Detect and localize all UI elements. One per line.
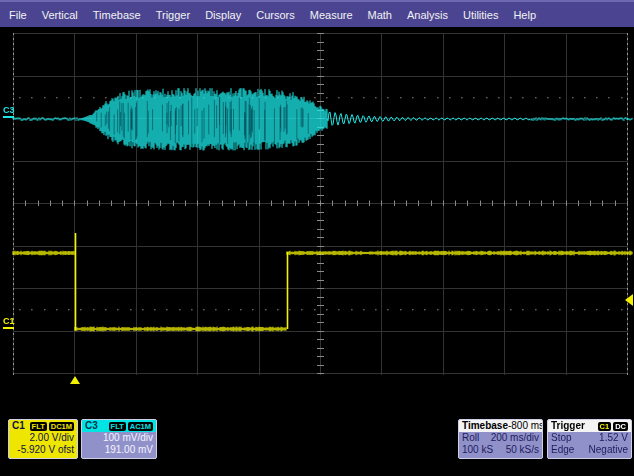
c1-trace-indicator: C1: [3, 317, 15, 329]
trigger-slope: Negative: [589, 444, 628, 456]
c3-descriptor-box[interactable]: C3 FLT AC1M 100 mV/div 191.00 mV: [81, 419, 157, 459]
trigger-title: Trigger: [551, 420, 585, 432]
trigger-box[interactable]: Trigger C1 DC Stop 1.52 V Edge Negative: [547, 419, 632, 459]
c1-level-marker: [3, 327, 14, 329]
c3-trace-label: C3: [3, 105, 15, 115]
trigger-level: 1.52 V: [599, 432, 628, 444]
menu-item-cursors[interactable]: Cursors: [256, 9, 295, 21]
timebase-title: Timebase: [462, 420, 508, 432]
trigger-source-badge: C1: [598, 422, 612, 431]
c1-trace-label: C1: [3, 316, 15, 326]
menu-item-utilities[interactable]: Utilities: [463, 9, 498, 21]
trigger-mode: Stop: [551, 432, 572, 444]
c1-descriptor-box[interactable]: C1 FLT DC1M 2.00 V/div -5.920 V ofst: [8, 419, 78, 459]
timebase-box[interactable]: Timebase -800 ms Roll 200 ms/div 100 kS …: [458, 419, 543, 459]
menu-bar: File Vertical Timebase Trigger Display C…: [0, 0, 634, 27]
trigger-type: Edge: [551, 444, 574, 456]
c3-filter-badge: FLT: [109, 422, 126, 431]
timebase-mode: Roll: [462, 432, 479, 444]
c1-coupling-badge: DC1M: [49, 422, 74, 431]
trigger-coupling-badge: DC: [613, 422, 628, 431]
menu-item-help[interactable]: Help: [513, 9, 536, 21]
menu-item-math[interactable]: Math: [368, 9, 392, 21]
menu-item-trigger[interactable]: Trigger: [156, 9, 190, 21]
timebase-scale: 200 ms/div: [491, 432, 539, 444]
waveform-display[interactable]: [0, 0, 634, 476]
menu-item-vertical[interactable]: Vertical: [42, 9, 78, 21]
c3-trace-indicator: C3: [3, 106, 15, 118]
menu-item-timebase[interactable]: Timebase: [93, 9, 141, 21]
c1-box-label: C1: [12, 420, 25, 432]
c1-scale: 2.00 V/div: [12, 432, 74, 444]
timebase-samples: 100 kS: [462, 444, 493, 456]
timebase-delay: -800 ms: [508, 420, 543, 432]
c3-scale: 100 mV/div: [85, 432, 153, 444]
menu-item-measure[interactable]: Measure: [310, 9, 353, 21]
c3-offset: 191.00 mV: [85, 444, 153, 456]
timebase-rate: 50 kS/s: [506, 444, 539, 456]
c1-filter-badge: FLT: [30, 422, 47, 431]
menu-item-file[interactable]: File: [9, 9, 27, 21]
oscilloscope-screen: File Vertical Timebase Trigger Display C…: [0, 0, 634, 476]
c3-coupling-badge: AC1M: [128, 422, 153, 431]
menu-item-analysis[interactable]: Analysis: [407, 9, 448, 21]
c3-box-label: C3: [85, 420, 98, 432]
menu-item-display[interactable]: Display: [205, 9, 241, 21]
c3-level-marker: [3, 116, 14, 118]
c1-offset: -5.920 V ofst: [12, 444, 74, 456]
